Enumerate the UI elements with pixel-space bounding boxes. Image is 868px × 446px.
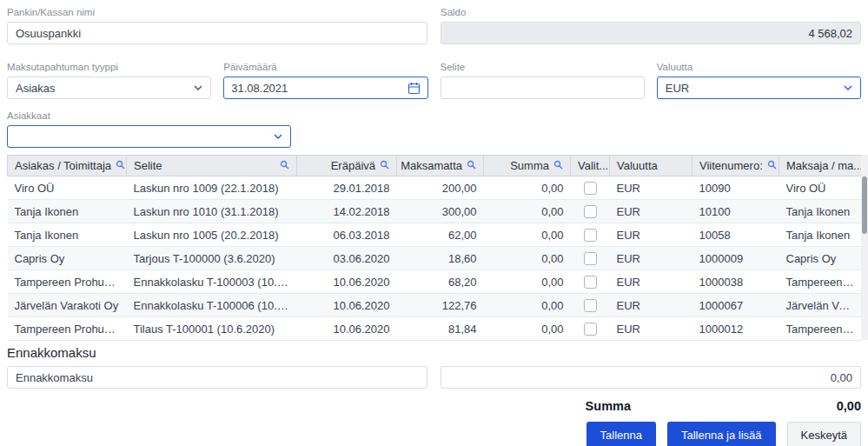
cell-reference: 10100 [692,200,779,223]
chevron-down-icon [274,134,282,139]
row-select-checkbox[interactable] [584,229,597,242]
save-button[interactable]: Tallenna [586,422,656,446]
customers-label: Asiakkaat [7,110,861,121]
cell-reference: 1000012 [692,317,779,341]
cell-unpaid: 300,00 [397,200,484,223]
cell-unpaid: 62,00 [397,223,484,247]
column-header-description[interactable]: Selite [127,156,297,176]
payment-entry-form: Pankin/Kassan nimi Saldo Maksutapahtuman… [0,0,868,446]
row-select-checkbox[interactable] [584,323,597,336]
cell-description: Ennakkolasku T-100006 (10.6.2... [127,294,297,317]
column-label: Maksaja / ma... [786,159,862,172]
table-row[interactable]: Tanja IkonenLaskun nro 1010 (31.1.2018)1… [8,200,862,223]
payment-type-label: Maksutapahtuman tyyppi [7,62,211,72]
description-input[interactable] [441,77,645,99]
search-icon [280,159,289,172]
date-field: Päivämäärä [223,62,427,99]
column-header-reference[interactable]: Viitenumero: [692,156,779,176]
cell-selected [571,200,610,223]
cell-currency: EUR [610,200,692,223]
customers-field: Asiakkaat [7,110,861,148]
cell-currency: EUR [610,176,692,200]
cell-description: Laskun nro 1009 (22.1.2018) [127,176,297,200]
table-row[interactable]: Tampereen Prohuolto...Ennakkolasku T-100… [8,270,862,294]
column-header-due-date[interactable]: Eräpäivä [297,156,397,176]
description-label: Selite [441,62,645,72]
cancel-button[interactable]: Keskeytä [787,422,861,446]
column-label: Eräpäivä [331,159,375,172]
cell-due-date: 06.03.2018 [297,223,397,247]
cell-customer: Tanja Ikonen [8,200,127,223]
table-row[interactable]: Viro OÜLaskun nro 1009 (22.1.2018)29.01.… [8,176,862,200]
payment-type-value: Asiakas [16,82,56,95]
cell-sum: 0,00 [484,247,571,270]
cell-reference: 1000009 [692,247,779,270]
search-icon [553,159,563,172]
cell-selected [571,247,610,270]
column-header-selected[interactable]: Valit... [571,156,610,176]
cell-description: Ennakkolasku T-100003 (10.6.2... [127,270,297,294]
cell-selected [571,294,610,317]
cell-payer: Järvelän Vara... [779,294,862,317]
column-header-currency[interactable]: Valuutta [610,156,692,176]
save-and-add-button[interactable]: Tallenna ja lisää [667,422,776,446]
row-select-checkbox[interactable] [584,276,597,289]
bank-name-input[interactable] [7,22,427,44]
table-row[interactable]: Järvelän Varakoti OyEnnakkolasku T-10000… [8,294,862,317]
cell-due-date: 14.02.2018 [297,200,397,223]
cell-due-date: 10.06.2020 [297,270,397,294]
currency-select[interactable]: EUR [657,77,861,99]
row-select-checkbox[interactable] [584,205,597,218]
column-label: Valit... [578,159,608,172]
column-label: Maksamatta [401,159,462,172]
cell-sum: 0,00 [484,317,571,341]
payments-table-body: Viro OÜLaskun nro 1009 (22.1.2018)29.01.… [8,176,862,341]
total-label: Summa [586,399,631,413]
column-header-sum[interactable]: Summa [484,156,571,176]
column-label: Asiakas / Toimittaja [15,159,111,172]
cell-currency: EUR [610,317,692,341]
cell-customer: Viro OÜ [8,176,127,200]
cell-customer: Tampereen Prohuolto... [8,270,127,294]
advance-payment-heading: Ennakkomaksu [7,345,861,360]
column-header-unpaid[interactable]: Maksamatta [397,156,484,176]
date-input[interactable] [231,82,407,95]
cell-sum: 0,00 [484,294,571,317]
cell-payer: Tampereen Pr... [779,270,862,294]
advance-payment-amount-input[interactable] [441,366,861,389]
table-scrollbar[interactable] [861,155,868,340]
payment-type-select[interactable]: Asiakas [7,77,211,99]
calendar-icon[interactable] [407,82,421,95]
table-header-row: Asiakas / Toimittaja Selite Eräpäivä Mak… [8,156,862,176]
balance-input [441,22,861,44]
table-row[interactable]: Capris OyTarjous T-100000 (3.6.2020)03.0… [8,247,862,270]
column-label: Selite [134,159,162,172]
table-row[interactable]: Tanja IkonenLaskun nro 1005 (20.2.2018)0… [8,223,862,247]
cell-description: Tarjous T-100000 (3.6.2020) [127,247,297,270]
column-header-payer[interactable]: Maksaja / ma... [779,156,862,176]
search-icon [467,159,476,172]
table-row[interactable]: Tampereen Prohuolto...Tilaus T-100001 (1… [8,317,862,341]
column-label: Summa [510,159,549,172]
chevron-down-icon [194,85,202,90]
row-select-checkbox[interactable] [584,252,597,265]
cell-due-date: 29.01.2018 [297,176,397,200]
cell-sum: 0,00 [484,200,571,223]
column-header-customer[interactable]: Asiakas / Toimittaja [8,156,127,176]
balance-field: Saldo [441,7,861,44]
cell-selected [571,176,610,200]
cell-description: Laskun nro 1005 (20.2.2018) [127,223,297,247]
cell-sum: 0,00 [484,176,571,200]
cell-reference: 10090 [692,176,779,200]
cell-due-date: 03.06.2020 [297,247,397,270]
advance-payment-name-input[interactable] [7,366,427,389]
row-select-checkbox[interactable] [584,299,597,312]
date-label: Päivämäärä [223,62,427,72]
scrollbar-thumb[interactable] [862,176,867,234]
cell-currency: EUR [610,270,692,294]
bank-name-field: Pankin/Kassan nimi [7,7,427,44]
row-select-checkbox[interactable] [584,182,597,195]
customers-select[interactable] [7,125,291,148]
payments-table-container: Asiakas / Toimittaja Selite Eräpäivä Mak… [7,155,861,341]
column-label: Viitenumero: [699,159,763,172]
